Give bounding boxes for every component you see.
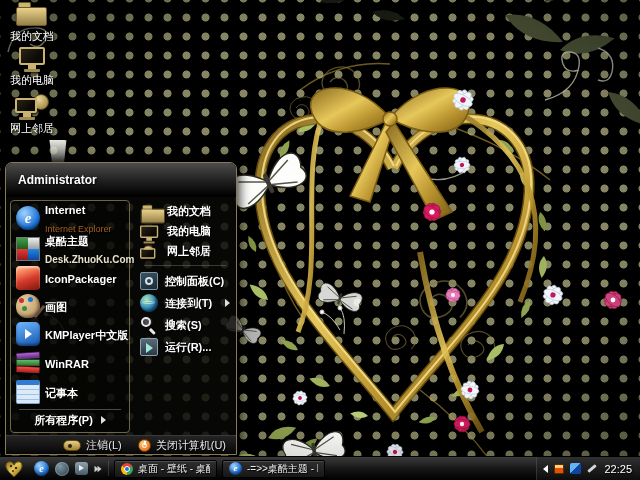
shut-down-button[interactable]: 关闭计算机(U) bbox=[138, 438, 226, 453]
quick-launch-overflow-chevron-icon[interactable] bbox=[94, 465, 102, 473]
start-menu-item-my-computer[interactable]: 我的电脑 bbox=[136, 221, 234, 241]
zhuoku-theme-icon bbox=[16, 237, 40, 261]
log-off-button[interactable]: 注销(L) bbox=[63, 438, 121, 453]
user-name: Administrator bbox=[18, 173, 97, 187]
start-menu-item-iconpackager[interactable]: IconPackager bbox=[13, 264, 127, 292]
desktop-icon-my-computer[interactable]: 我的电脑 bbox=[0, 46, 64, 87]
start-heart-logo-icon bbox=[3, 459, 25, 479]
start-menu-item-winrar[interactable]: WinRAR bbox=[13, 349, 127, 378]
system-tray: 22:25 bbox=[536, 457, 640, 480]
all-programs-button[interactable]: 所有程序(P) bbox=[13, 410, 127, 431]
quick-launch-bar: e bbox=[34, 461, 109, 476]
start-menu-item-control-panel[interactable]: 控制面板(C) bbox=[136, 270, 234, 292]
start-menu-item-network-places[interactable]: 网上邻居 bbox=[136, 241, 234, 261]
start-menu-item-search[interactable]: 搜索(S) bbox=[136, 314, 234, 336]
desktop-icon-label: 网上邻居 bbox=[0, 123, 64, 135]
run-icon bbox=[140, 338, 158, 356]
quick-launch-media-player-icon[interactable] bbox=[75, 462, 88, 475]
iconpackager-icon bbox=[16, 266, 40, 290]
desktop-icon-label: 我的电脑 bbox=[0, 75, 64, 87]
power-icon bbox=[138, 439, 151, 452]
paint-icon bbox=[16, 294, 40, 318]
connect-to-icon bbox=[140, 294, 158, 312]
notepad-icon bbox=[16, 380, 40, 404]
start-menu: Administrator e Internet Internet Explor… bbox=[5, 162, 237, 455]
chrome-icon bbox=[121, 463, 133, 475]
tray-blue-app-icon[interactable] bbox=[570, 463, 581, 474]
start-button[interactable] bbox=[0, 457, 28, 480]
start-menu-item-zhuoku-theme[interactable]: 桌酷主题 Desk.ZhuoKu.Com bbox=[13, 234, 127, 264]
start-menu-item-my-documents[interactable]: 我的文档 bbox=[136, 201, 234, 221]
my-computer-icon bbox=[15, 46, 49, 72]
start-menu-item-kmplayer[interactable]: KMPlayer中文版 bbox=[13, 320, 127, 349]
search-icon bbox=[140, 316, 158, 334]
taskbar-task-desktop-wallpaper[interactable]: 桌面 - 壁纸 - 桌酷壁... bbox=[114, 460, 217, 478]
start-menu-item-internet[interactable]: e Internet Internet Explorer bbox=[13, 202, 127, 234]
winrar-icon bbox=[16, 351, 40, 375]
tray-ime-tool-icon[interactable] bbox=[587, 463, 598, 474]
my-documents-icon bbox=[15, 2, 49, 28]
start-menu-item-run[interactable]: 运行(R)... bbox=[136, 336, 234, 358]
desktop-icon-network-places[interactable]: 网上邻居 bbox=[0, 94, 64, 135]
start-menu-item-paint[interactable]: 画图 bbox=[13, 292, 127, 320]
kmplayer-icon bbox=[16, 322, 40, 346]
start-menu-footer: 注销(L) 关闭计算机(U) bbox=[6, 435, 236, 455]
desktop-screen: 我的文档 我的电脑 网上邻居 Administrator e Internet … bbox=[0, 0, 640, 480]
start-menu-pinned-list: e Internet Internet Explorer 桌酷主题 Desk.Z… bbox=[10, 200, 130, 433]
internet-explorer-icon: e bbox=[16, 206, 40, 230]
control-panel-icon bbox=[140, 272, 158, 290]
start-menu-item-connect-to[interactable]: 连接到(T) bbox=[136, 292, 234, 314]
internet-explorer-icon: e bbox=[229, 462, 242, 475]
log-off-icon bbox=[63, 440, 81, 451]
network-places-icon bbox=[140, 245, 154, 256]
start-menu-item-notepad[interactable]: 记事本 bbox=[13, 378, 127, 407]
tray-orange-app-icon[interactable] bbox=[554, 464, 564, 474]
all-programs-arrow-icon bbox=[101, 416, 106, 424]
quick-launch-globe-icon[interactable] bbox=[55, 462, 69, 476]
taskbar: e 桌面 - 壁纸 - 桌酷壁... e -=>>桌酷主题 - Mic... 2… bbox=[0, 456, 640, 480]
quick-launch-internet-explorer-icon[interactable]: e bbox=[34, 461, 49, 476]
start-menu-header: Administrator bbox=[6, 163, 236, 197]
my-computer-icon bbox=[140, 225, 154, 236]
taskbar-clock[interactable]: 22:25 bbox=[604, 463, 632, 475]
tray-collapse-chevron-icon[interactable] bbox=[543, 465, 548, 473]
submenu-arrow-icon bbox=[225, 299, 230, 307]
taskbar-task-zhuoku-theme[interactable]: e -=>>桌酷主题 - Mic... bbox=[222, 460, 325, 478]
places-separator bbox=[144, 265, 226, 266]
desktop-icon-label: 我的文档 bbox=[0, 31, 64, 43]
my-documents-icon bbox=[140, 205, 156, 217]
start-menu-places-list: 我的文档 我的电脑 网上邻居 控制面板(C) 连接到(T) bbox=[130, 197, 236, 435]
network-places-icon bbox=[15, 94, 49, 120]
desktop-icon-my-documents[interactable]: 我的文档 bbox=[0, 2, 64, 43]
